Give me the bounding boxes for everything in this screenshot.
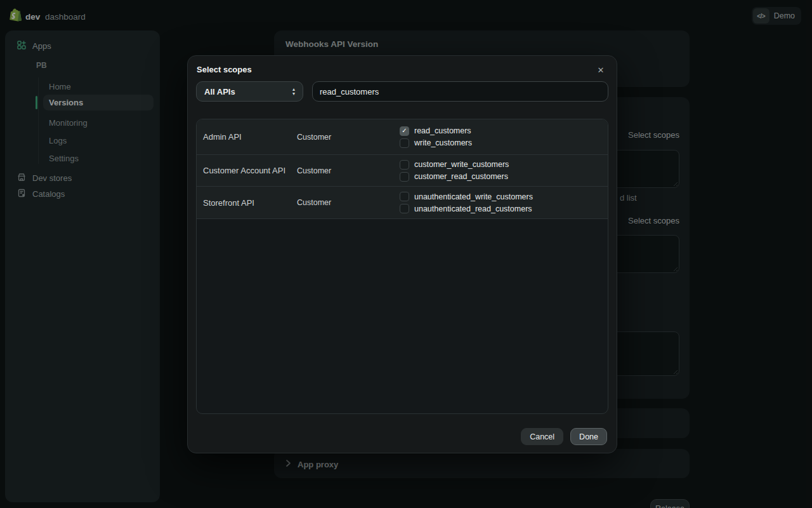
- api-filter-value: All APIs: [204, 87, 235, 97]
- modal-title: Select scopes: [197, 65, 252, 74]
- api-name: Admin API: [197, 132, 297, 142]
- select-arrows-icon: ▴▾: [292, 87, 295, 96]
- checkbox[interactable]: ✓: [400, 172, 409, 182]
- scope-option-customer-read-customers[interactable]: ✓ customer_read_customers: [400, 172, 509, 182]
- scope-category: Customer: [297, 166, 400, 175]
- select-scopes-modal: Select scopes ✕ All APIs ▴▾ Admin API Cu…: [187, 55, 617, 453]
- cancel-button[interactable]: Cancel: [521, 428, 563, 445]
- check-icon: ✓: [402, 128, 407, 134]
- modal-footer: Cancel Done: [521, 428, 607, 445]
- table-row-admin-api: Admin API Customer ✓ read_customers ✓ wr…: [197, 119, 608, 155]
- api-filter-select[interactable]: All APIs ▴▾: [196, 81, 303, 102]
- table-row-customer-account-api: Customer Account API Customer ✓ customer…: [197, 155, 608, 187]
- scope-option-unauthenticated-write-customers[interactable]: ✓ unauthenticated_write_customers: [400, 192, 533, 201]
- close-icon[interactable]: ✕: [595, 64, 606, 76]
- scope-option-read-customers[interactable]: ✓ read_customers: [400, 126, 472, 136]
- done-button[interactable]: Done: [570, 428, 607, 445]
- checkbox[interactable]: ✓: [400, 204, 409, 213]
- checkbox[interactable]: ✓: [400, 192, 409, 201]
- scope-option-customer-write-customers[interactable]: ✓ customer_write_customers: [400, 160, 509, 170]
- scope-category: Customer: [297, 133, 400, 142]
- api-name: Storefront API: [197, 198, 297, 208]
- api-name: Customer Account API: [197, 166, 297, 175]
- scope-category: Customer: [297, 198, 400, 207]
- checkbox[interactable]: ✓: [400, 138, 409, 148]
- scopes-table: Admin API Customer ✓ read_customers ✓ wr…: [196, 119, 608, 414]
- scope-search-input[interactable]: [312, 81, 608, 102]
- checkbox[interactable]: ✓: [400, 126, 409, 136]
- app-root: dev dashboard </> Demo Apps PB Home: [0, 0, 812, 508]
- scope-option-write-customers[interactable]: ✓ write_customers: [400, 138, 472, 148]
- table-row-storefront-api: Storefront API Customer ✓ unauthenticate…: [197, 187, 608, 219]
- scope-option-unauthenticated-read-customers[interactable]: ✓ unauthenticated_read_customers: [400, 204, 533, 213]
- checkbox[interactable]: ✓: [400, 160, 409, 170]
